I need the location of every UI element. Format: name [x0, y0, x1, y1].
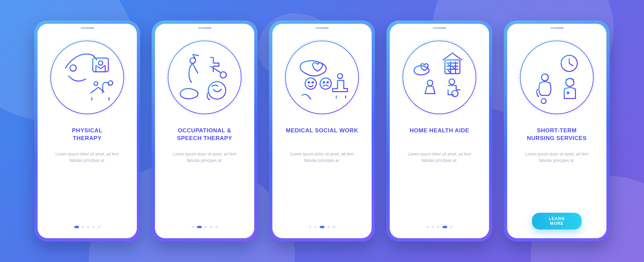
- page-dot[interactable]: [93, 226, 95, 228]
- svg-point-0: [70, 65, 76, 71]
- phone-notch: [300, 24, 344, 31]
- page-dot[interactable]: [327, 226, 330, 228]
- svg-point-9: [308, 82, 310, 83]
- learn-more-button[interactable]: LEARN MORE: [532, 213, 582, 230]
- svg-point-10: [312, 82, 313, 83]
- illustration-circle: [50, 41, 124, 114]
- illustration-circle: [520, 41, 594, 114]
- onboarding-screen[interactable]: OCCUPATIONAL & SPEECH THERAPY Lorem ipsu…: [155, 24, 254, 238]
- phone-frame: MEDICAL SOCIAL WORK Lorem ipsum dolor si…: [269, 20, 375, 242]
- svg-point-20: [541, 74, 548, 81]
- svg-point-13: [327, 82, 328, 83]
- illustration-circle: [402, 41, 476, 114]
- svg-point-6: [220, 72, 226, 78]
- onboarding-screen[interactable]: HOME HEALTH AIDE Lorem ipsum dolor sit a…: [390, 24, 489, 238]
- phone-frame: PHYSICAL THERAPY Lorem ipsum dolor sit a…: [34, 20, 140, 242]
- page-dot[interactable]: [205, 226, 207, 228]
- svg-point-18: [452, 90, 458, 97]
- svg-point-4: [94, 82, 98, 85]
- occupational-speech-icon: [168, 41, 241, 114]
- svg-point-7: [208, 82, 226, 99]
- svg-point-2: [98, 61, 103, 65]
- page-dot[interactable]: [98, 226, 100, 228]
- page-dot[interactable]: [333, 226, 335, 228]
- screen-title: SHORT-TERM NURSING SERVICES: [527, 127, 587, 142]
- screen-title: MEDICAL SOCIAL WORK: [286, 127, 358, 142]
- page-dot[interactable]: [215, 226, 218, 228]
- page-dot-active[interactable]: [320, 226, 324, 228]
- onboarding-screen[interactable]: PHYSICAL THERAPY Lorem ipsum dolor sit a…: [38, 24, 137, 238]
- page-dot[interactable]: [437, 226, 439, 228]
- illustration-circle: [285, 41, 359, 114]
- screen-body-text: Lorem ipsum dolor sit amet, ad ferri fab…: [168, 151, 241, 164]
- phone-frame: SHORT-TERM NURSING SERVICES Lorem ipsum …: [504, 20, 610, 242]
- screen-title: HOME HEALTH AIDE: [410, 127, 469, 142]
- page-dot[interactable]: [450, 226, 452, 228]
- page-dot-active[interactable]: [442, 226, 447, 228]
- svg-point-11: [320, 78, 331, 89]
- page-dot[interactable]: [82, 226, 84, 228]
- page-dot[interactable]: [314, 226, 317, 228]
- svg-point-8: [305, 78, 316, 89]
- page-dot[interactable]: [309, 226, 311, 228]
- page-dot[interactable]: [210, 226, 212, 228]
- screen-body-text: Lorem ipsum dolor sit amet, ad ferri fab…: [520, 151, 594, 164]
- page-dot[interactable]: [87, 226, 90, 228]
- illustration-circle: [168, 41, 241, 114]
- screen-title: OCCUPATIONAL & SPEECH THERAPY: [177, 127, 232, 142]
- page-dot[interactable]: [426, 226, 429, 228]
- phone-frame: OCCUPATIONAL & SPEECH THERAPY Lorem ipsu…: [152, 20, 258, 242]
- onboarding-screen[interactable]: MEDICAL SOCIAL WORK Lorem ipsum dolor si…: [272, 24, 372, 238]
- phone-notch: [65, 24, 109, 31]
- phone-frame: HOME HEALTH AIDE Lorem ipsum dolor sit a…: [386, 20, 492, 242]
- page-indicator: [38, 226, 137, 228]
- svg-point-17: [449, 79, 455, 85]
- short-term-nursing-icon: [521, 41, 593, 114]
- page-dot[interactable]: [192, 226, 194, 228]
- onboarding-screen[interactable]: SHORT-TERM NURSING SERVICES Lorem ipsum …: [507, 24, 606, 238]
- phone-notch: [418, 24, 461, 31]
- page-dot-active[interactable]: [74, 226, 79, 228]
- svg-point-16: [427, 80, 433, 86]
- home-health-aide-icon: [403, 41, 476, 114]
- medical-social-work-icon: [286, 41, 358, 114]
- page-dot-active[interactable]: [197, 226, 202, 228]
- svg-point-12: [323, 82, 325, 83]
- screen-title: PHYSICAL THERAPY: [72, 127, 103, 142]
- screen-body-text: Lorem ipsum dolor sit amet, ad ferri fab…: [402, 151, 476, 164]
- page-indicator: [272, 226, 372, 228]
- physical-therapy-icon: [51, 41, 123, 114]
- svg-point-14: [337, 74, 342, 79]
- page-indicator: [390, 226, 489, 228]
- screen-body-text: Lorem ipsum dolor sit amet, ad ferri fab…: [50, 151, 124, 164]
- svg-point-21: [541, 99, 546, 104]
- page-indicator: [155, 226, 254, 228]
- screen-body-text: Lorem ipsum dolor sit amet, ad ferri fab…: [285, 151, 359, 164]
- phone-row: PHYSICAL THERAPY Lorem ipsum dolor sit a…: [0, 0, 644, 262]
- svg-point-3: [108, 81, 113, 85]
- page-dot[interactable]: [432, 226, 434, 228]
- phone-notch: [535, 24, 579, 31]
- phone-notch: [183, 24, 226, 31]
- svg-rect-15: [445, 60, 460, 74]
